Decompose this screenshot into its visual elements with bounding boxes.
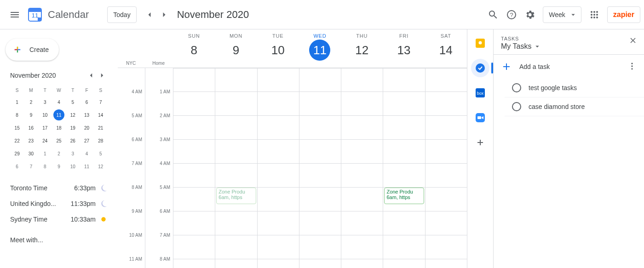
day-header[interactable]: THU12 (341, 29, 383, 68)
mini-cal-day[interactable]: 2 (52, 147, 66, 160)
task-item[interactable]: case diamond store (505, 97, 644, 116)
view-selector[interactable]: Week (543, 6, 581, 23)
mini-cal-day[interactable]: 30 (24, 147, 38, 160)
mini-cal-day[interactable]: 28 (94, 134, 108, 147)
mini-cal-day[interactable]: 5 (94, 147, 108, 160)
day-column[interactable]: Zone Produ6am, https (383, 68, 425, 268)
mini-cal-day[interactable]: 14 (94, 108, 108, 121)
day-column[interactable] (257, 68, 299, 268)
tasks-list-selector[interactable]: My Tasks (501, 42, 637, 51)
day-column[interactable] (299, 68, 341, 268)
mini-cal-day[interactable]: 10 (66, 160, 80, 173)
mini-cal-day[interactable]: 6 (80, 96, 93, 108)
mini-cal-day[interactable]: 25 (52, 134, 66, 147)
time-label: 5 AM (145, 188, 173, 211)
mini-cal-dow: F (80, 85, 93, 96)
task-checkbox[interactable] (512, 83, 521, 92)
mini-cal-dow: S (94, 85, 108, 96)
mini-cal-day[interactable]: 11 (52, 108, 66, 121)
zapier-button[interactable]: zapier (607, 6, 640, 23)
mini-cal-day[interactable]: 26 (66, 134, 80, 147)
app-name: Calendar (48, 9, 89, 21)
mini-cal-day[interactable]: 8 (10, 108, 24, 121)
add-task-button[interactable]: Add a task (494, 55, 644, 79)
mini-cal-day[interactable]: 8 (38, 160, 52, 173)
mini-cal-day[interactable]: 9 (24, 108, 38, 121)
mini-cal-day[interactable]: 12 (94, 160, 108, 173)
tz-label-home: Home (152, 61, 165, 66)
mini-cal-day[interactable]: 20 (80, 121, 93, 134)
mini-cal-dow: M (24, 85, 38, 96)
mini-cal-day[interactable]: 22 (10, 134, 24, 147)
mini-cal-day[interactable]: 4 (52, 96, 66, 108)
help-icon[interactable]: ? (502, 6, 521, 24)
hamburger-menu[interactable] (4, 4, 26, 26)
day-header[interactable]: FRI13 (383, 29, 425, 68)
mini-cal-day[interactable]: 1 (38, 147, 52, 160)
mini-cal-day[interactable]: 5 (66, 96, 80, 108)
calendar-event[interactable]: Zone Produ6am, https (216, 188, 256, 204)
day-header[interactable]: MON9 (215, 29, 257, 68)
settings-icon[interactable] (521, 6, 539, 24)
mini-cal-day[interactable]: 4 (80, 147, 93, 160)
mini-cal-day[interactable]: 2 (24, 96, 38, 108)
next-period-button[interactable] (157, 7, 172, 22)
day-header[interactable]: SUN8 (173, 29, 215, 68)
today-button[interactable]: Today (107, 6, 136, 23)
day-column[interactable] (341, 68, 383, 268)
calendar-event[interactable]: Zone Produ6am, https (384, 188, 424, 204)
google-apps-icon[interactable] (585, 6, 604, 24)
mini-cal-day[interactable]: 17 (38, 121, 52, 134)
mini-cal-day[interactable]: 18 (52, 121, 66, 134)
add-addon-icon[interactable] (471, 133, 489, 152)
mini-cal-day[interactable]: 19 (66, 121, 80, 134)
time-label: 10 AM (118, 235, 145, 259)
task-item[interactable]: test google tasks (505, 79, 644, 97)
tasks-addon-icon[interactable] (471, 59, 489, 77)
day-column[interactable] (173, 68, 215, 268)
mini-cal-title: November 2020 (10, 72, 56, 79)
mini-cal-day[interactable]: 11 (80, 160, 93, 173)
mini-cal-day[interactable]: 9 (52, 160, 66, 173)
day-column[interactable]: Zone Produ6am, https (215, 68, 257, 268)
prev-period-button[interactable] (142, 7, 157, 22)
svg-point-19 (476, 63, 485, 73)
mini-cal-day[interactable]: 7 (24, 160, 38, 173)
day-header[interactable]: SAT14 (425, 29, 467, 68)
tasks-close-button[interactable] (628, 36, 638, 47)
mini-cal-day[interactable]: 15 (10, 121, 24, 134)
mini-cal-day[interactable]: 16 (24, 121, 38, 134)
box-addon-icon[interactable]: box (471, 84, 489, 102)
task-checkbox[interactable] (512, 102, 521, 111)
mini-cal-prev[interactable] (86, 70, 97, 81)
mini-cal-day[interactable]: 10 (38, 108, 52, 121)
time-label (118, 68, 145, 92)
time-label: 4 AM (145, 164, 173, 188)
mini-cal-day[interactable]: 12 (66, 108, 80, 121)
mini-cal-day[interactable]: 24 (38, 134, 52, 147)
mini-cal-day[interactable]: 7 (94, 96, 108, 108)
mini-cal-day[interactable]: 21 (94, 121, 108, 134)
mini-cal-day[interactable]: 3 (38, 96, 52, 108)
world-clock-row: Sydney Time10:33am (10, 211, 108, 227)
mini-cal-next[interactable] (97, 70, 108, 81)
svg-text:box: box (477, 91, 484, 96)
keep-addon-icon[interactable] (471, 34, 489, 52)
day-header[interactable]: WED11 (299, 29, 341, 68)
time-label: 4 AM (118, 92, 145, 116)
mini-cal-day[interactable]: 3 (66, 147, 80, 160)
day-column[interactable] (425, 68, 467, 268)
mini-cal-day[interactable]: 29 (10, 147, 24, 160)
mini-cal-day[interactable]: 6 (10, 160, 24, 173)
time-label: 6 AM (145, 211, 173, 235)
create-button[interactable]: Create (6, 39, 59, 61)
meet-with-section[interactable]: Meet with... (4, 227, 114, 244)
tasks-more-icon[interactable] (627, 62, 637, 72)
mini-cal-day[interactable]: 23 (24, 134, 38, 147)
mini-cal-day[interactable]: 27 (80, 134, 93, 147)
zoom-addon-icon[interactable] (471, 108, 489, 127)
mini-cal-day[interactable]: 13 (80, 108, 93, 121)
search-icon[interactable] (484, 6, 502, 24)
day-header[interactable]: TUE10 (257, 29, 299, 68)
mini-cal-day[interactable]: 1 (10, 96, 24, 108)
